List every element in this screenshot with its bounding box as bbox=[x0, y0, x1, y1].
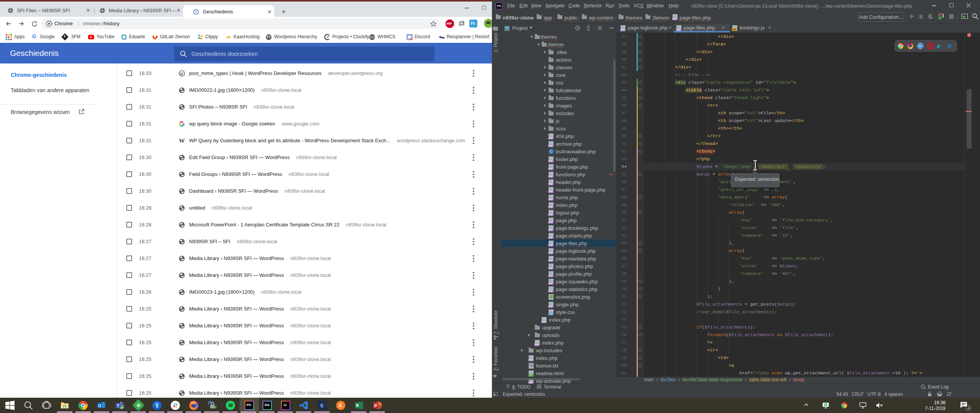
svg-text:T: T bbox=[117, 404, 119, 408]
svg-text:P: P bbox=[374, 403, 377, 408]
svg-text:O: O bbox=[98, 403, 101, 408]
